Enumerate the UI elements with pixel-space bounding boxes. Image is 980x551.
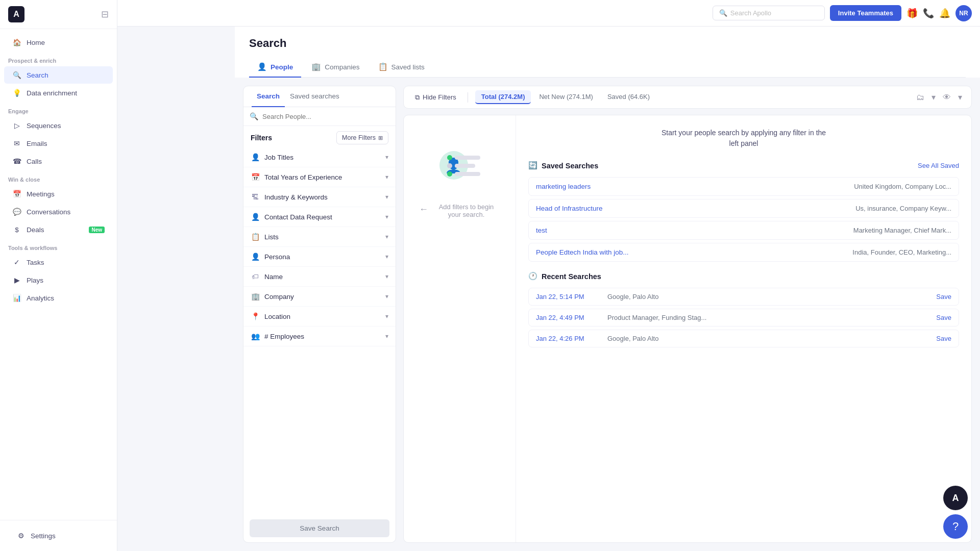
chevron-down-icon: ▾ <box>385 333 388 340</box>
search-apollo[interactable]: 🔍 Search Apollo <box>713 6 825 20</box>
people-search-icon: 🔍 <box>250 112 258 120</box>
filter-company[interactable]: 🏢 Company ▾ <box>243 287 396 307</box>
filter-name[interactable]: 🏷 Name ▾ <box>243 267 396 287</box>
saved-item-name: People Edtech India with job... <box>536 248 638 256</box>
view-icon[interactable]: 👁 <box>941 91 953 104</box>
deals-icon: $ <box>12 225 21 234</box>
sidebar-item-label: Deals <box>27 226 44 234</box>
logo[interactable]: A <box>8 6 24 22</box>
filter-location[interactable]: 📍 Location ▾ <box>243 307 396 327</box>
export-icon[interactable]: 🗂 <box>914 91 926 104</box>
filter-industry-keywords[interactable]: 🏗 Industry & Keywords ▾ <box>243 187 396 207</box>
filter-list: 👤 Job Titles ▾ 📅 Total Years of Experien… <box>243 147 396 514</box>
panel-tab-search[interactable]: Search <box>252 86 285 107</box>
settings-icon: ⚙ <box>16 531 26 540</box>
saved-item[interactable]: marketing leaders United Kingdom, Compan… <box>528 177 959 196</box>
save-search-button[interactable]: Save Search <box>250 519 389 537</box>
saved-searches-title: 🔄 Saved Searches <box>528 161 598 170</box>
main: Search 👤 People 🏢 Companies 📋 Saved list… <box>235 27 980 551</box>
saved-item[interactable]: test Marketing Manager, Chief Mark... <box>528 221 959 240</box>
invite-teammates-button[interactable]: Invite Teammates <box>830 5 901 21</box>
sidebar-item-meetings[interactable]: 📅 Meetings <box>4 185 113 203</box>
sidebar-item-analytics[interactable]: 📊 Analytics <box>4 289 113 307</box>
filter-label: Job Titles <box>264 154 293 161</box>
sidebar-item-label: Search <box>27 71 48 79</box>
recent-item[interactable]: Jan 22, 5:14 PM Google, Palo Alto Save <box>528 288 959 306</box>
more-filters-button[interactable]: More Filters ⊞ <box>336 131 388 144</box>
gift-icon[interactable]: 🎁 <box>906 8 918 19</box>
hide-filters-button[interactable]: ⧉ Hide Filters <box>411 91 460 104</box>
sidebar-item-settings[interactable]: ⚙ Settings <box>8 527 109 544</box>
tab-saved-lists[interactable]: 📋 Saved lists <box>370 57 433 78</box>
saved-item-name: Head of Infrastructure <box>536 205 638 212</box>
sidebar-item-label: Analytics <box>27 294 54 302</box>
chevron-down-icon: ▾ <box>385 273 388 280</box>
panel-tab-saved-searches[interactable]: Saved searches <box>285 86 345 107</box>
chevron-down-icon: ▾ <box>385 233 388 240</box>
chevron-down-icon: ▾ <box>385 293 388 300</box>
saved-item[interactable]: People Edtech India with job... India, F… <box>528 243 959 262</box>
fab-help[interactable]: ? <box>943 514 968 539</box>
chevron-down-icon: ▾ <box>385 193 388 201</box>
recent-item[interactable]: Jan 22, 4:26 PM Google, Palo Alto Save <box>528 330 959 347</box>
people-search-input[interactable] <box>262 113 389 120</box>
sidebar-item-calls[interactable]: ☎ Calls <box>4 153 113 170</box>
page-tabs: 👤 People 🏢 Companies 📋 Saved lists <box>249 57 966 78</box>
empty-hint: ← Add filters to begin your search. <box>419 203 500 218</box>
section-label-tools: Tools & workflows <box>0 239 117 253</box>
filter-bar: ⧉ Hide Filters Total (274.2M) Net New (2… <box>403 86 972 109</box>
sidebar-item-emails[interactable]: ✉ Emails <box>4 135 113 152</box>
fab-logo[interactable]: A <box>943 486 968 510</box>
saved-item-desc: United Kingdom, Company Loc... <box>854 183 951 190</box>
filter-tab-net-new[interactable]: Net New (274.1M) <box>533 90 599 104</box>
recent-date: Jan 22, 4:49 PM <box>536 314 602 321</box>
more-filters-label: More Filters <box>342 134 376 141</box>
save-recent-button[interactable]: Save <box>936 293 951 300</box>
sidebar-toggle[interactable]: ⊟ <box>101 9 109 20</box>
results-area: 👤 <box>403 115 972 543</box>
tab-people[interactable]: 👤 People <box>249 57 301 78</box>
status-dots <box>447 155 480 177</box>
filter-persona[interactable]: 👤 Persona ▾ <box>243 247 396 267</box>
section-label-win: Win & close <box>0 170 117 185</box>
save-recent-button[interactable]: Save <box>936 335 951 342</box>
divider <box>468 92 468 103</box>
filter-tabs: Total (274.2M) Net New (274.1M) Saved (6… <box>475 90 909 104</box>
filter-total-years[interactable]: 📅 Total Years of Experience ▾ <box>243 167 396 187</box>
green-dot <box>447 155 452 160</box>
recent-item[interactable]: Jan 22, 4:49 PM Product Manager, Funding… <box>528 309 959 327</box>
sidebar-item-search[interactable]: 🔍 Search <box>4 66 113 84</box>
sidebar: A ⊟ 🏠 Home Prospect & enrich 🔍 Search 💡 … <box>0 0 117 551</box>
sidebar-item-sequences[interactable]: ▷ Sequences <box>4 117 113 134</box>
sidebar-item-home[interactable]: 🏠 Home <box>4 34 113 51</box>
filter-label: Industry & Keywords <box>264 193 328 201</box>
sidebar-item-label: Conversations <box>27 208 70 216</box>
logo-text: A <box>13 10 19 19</box>
filter-job-titles[interactable]: 👤 Job Titles ▾ <box>243 147 396 167</box>
sidebar-item-data-enrichment[interactable]: 💡 Data enrichment <box>4 84 113 102</box>
filter-tab-total[interactable]: Total (274.2M) <box>475 90 531 104</box>
empty-state: 👤 <box>404 115 516 542</box>
location-icon: 📍 <box>251 312 260 320</box>
filter-lists[interactable]: 📋 Lists ▾ <box>243 227 396 247</box>
expand-icon[interactable]: ▾ <box>929 90 938 104</box>
sidebar-item-plays[interactable]: ▶ Plays <box>4 271 113 289</box>
filter-tab-saved[interactable]: Saved (64.6K) <box>601 90 656 104</box>
filter-employees[interactable]: 👥 # Employees ▾ <box>243 327 396 346</box>
bell-icon[interactable]: 🔔 <box>939 8 950 19</box>
avatar[interactable]: NR <box>955 5 972 21</box>
search-nav-icon: 🔍 <box>12 70 21 80</box>
sidebar-item-deals[interactable]: $ Deals New <box>4 221 113 238</box>
filter-label: # Employees <box>264 333 304 340</box>
saved-section: Start your people search by applying any… <box>516 115 971 542</box>
tab-companies[interactable]: 🏢 Companies <box>303 57 368 78</box>
see-all-saved-link[interactable]: See All Saved <box>918 162 959 169</box>
filter-contact-data[interactable]: 👤 Contact Data Request ▾ <box>243 207 396 227</box>
job-titles-icon: 👤 <box>251 153 260 161</box>
phone-icon[interactable]: 📞 <box>923 8 934 19</box>
saved-item[interactable]: Head of Infrastructure Us, insurance, Co… <box>528 199 959 218</box>
sidebar-item-conversations[interactable]: 💬 Conversations <box>4 203 113 220</box>
more-icon[interactable]: ▾ <box>956 90 964 104</box>
save-recent-button[interactable]: Save <box>936 314 951 321</box>
sidebar-item-tasks[interactable]: ✓ Tasks <box>4 254 113 271</box>
